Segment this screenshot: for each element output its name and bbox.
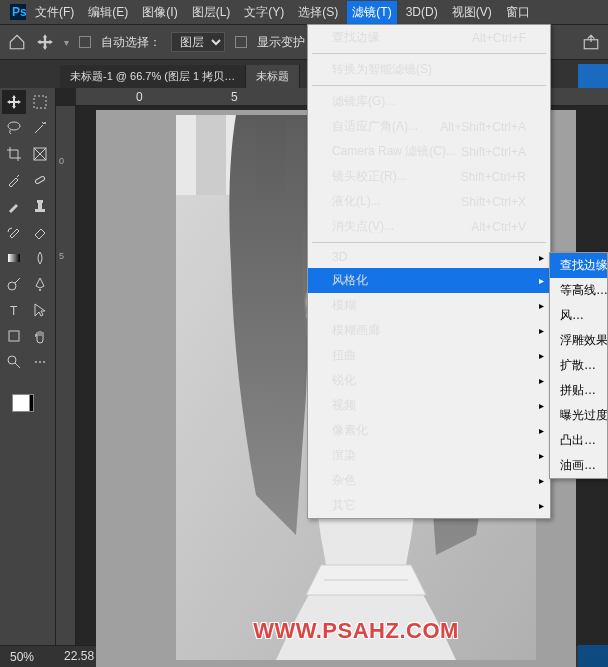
svg-point-19 xyxy=(8,356,16,364)
menu-item-distort[interactable]: 扭曲 xyxy=(308,343,550,368)
stylize-submenu: 查找边缘 等高线… 风… 浮雕效果 扩散… 拼贴… 曝光过度 凸出… 油画… xyxy=(549,252,608,479)
menu-separator xyxy=(312,85,546,86)
wand-tool[interactable] xyxy=(28,116,52,140)
shape-tool[interactable] xyxy=(2,324,26,348)
submenu-item-extrude[interactable]: 凸出… xyxy=(550,428,607,453)
svg-text:T: T xyxy=(10,304,18,318)
svg-point-16 xyxy=(39,289,41,291)
svg-line-20 xyxy=(15,363,20,368)
history-brush-tool[interactable] xyxy=(2,220,26,244)
menu-file[interactable]: 文件(F) xyxy=(30,1,79,24)
svg-point-4 xyxy=(8,122,20,130)
menu-item-render[interactable]: 渲染 xyxy=(308,443,550,468)
type-tool[interactable]: T xyxy=(2,298,26,322)
tab-doc-1[interactable]: 未标题-1 @ 66.7% (图层 1 拷贝… xyxy=(60,65,246,88)
submenu-item-find-edges[interactable]: 查找边缘 xyxy=(550,253,607,278)
frame-tool[interactable] xyxy=(28,142,52,166)
menu-item-smart-filter[interactable]: 转换为智能滤镜(S) xyxy=(308,57,550,82)
menu-edit[interactable]: 编辑(E) xyxy=(83,1,133,24)
lasso-tool[interactable] xyxy=(2,116,26,140)
autoselect-checkbox[interactable] xyxy=(79,36,91,48)
show-transform-label: 显示变护 xyxy=(257,34,305,51)
brush-tool[interactable] xyxy=(2,194,26,218)
menu-item-3d[interactable]: 3D xyxy=(308,246,550,268)
submenu-item-diffuse[interactable]: 扩散… xyxy=(550,353,607,378)
menu-item-camera-raw[interactable]: Camera Raw 滤镜(C)...Shift+Ctrl+A xyxy=(308,139,550,164)
svg-text:Ps: Ps xyxy=(12,5,26,19)
menu-item-filter-gallery[interactable]: 滤镜库(G)... xyxy=(308,89,550,114)
menu-item-lens-correction[interactable]: 镜头校正(R)...Shift+Ctrl+R xyxy=(308,164,550,189)
zoom-tool[interactable] xyxy=(2,350,26,374)
move-tool[interactable] xyxy=(2,90,26,114)
menu-separator xyxy=(312,242,546,243)
pen-tool[interactable] xyxy=(28,272,52,296)
menu-item-blur[interactable]: 模糊 xyxy=(308,293,550,318)
filter-menu-dropdown: 查找边缘Alt+Ctrl+F 转换为智能滤镜(S) 滤镜库(G)... 自适应广… xyxy=(307,24,551,519)
submenu-item-wind[interactable]: 风… xyxy=(550,303,607,328)
autoselect-target-select[interactable]: 图层 xyxy=(171,32,225,52)
menu-select[interactable]: 选择(S) xyxy=(293,1,343,24)
menu-item-other[interactable]: 其它 xyxy=(308,493,550,518)
menu-3d[interactable]: 3D(D) xyxy=(401,2,443,22)
submenu-item-oilpaint[interactable]: 油画… xyxy=(550,453,607,478)
menu-item-blur-gallery[interactable]: 模糊画廊 xyxy=(308,318,550,343)
menu-item-vanishing-point[interactable]: 消失点(V)...Alt+Ctrl+V xyxy=(308,214,550,239)
show-transform-checkbox[interactable] xyxy=(235,36,247,48)
zoom-level[interactable]: 50% xyxy=(10,650,34,664)
menu-layer[interactable]: 图层(L) xyxy=(187,1,236,24)
menu-item-sharpen[interactable]: 锐化 xyxy=(308,368,550,393)
menu-separator xyxy=(312,53,546,54)
svg-point-5 xyxy=(44,122,46,124)
move-tool-icon xyxy=(36,33,54,51)
svg-rect-13 xyxy=(8,254,20,262)
menu-view[interactable]: 视图(V) xyxy=(447,1,497,24)
svg-rect-9 xyxy=(35,176,46,184)
crop-tool[interactable] xyxy=(2,142,26,166)
eyedropper-tool[interactable] xyxy=(2,168,26,192)
dodge-tool[interactable] xyxy=(2,272,26,296)
blur-tool[interactable] xyxy=(28,246,52,270)
eraser-tool[interactable] xyxy=(28,220,52,244)
menu-filter[interactable]: 滤镜(T) xyxy=(347,1,396,24)
autoselect-label: 自动选择： xyxy=(101,34,161,51)
color-swatches[interactable] xyxy=(6,384,40,418)
submenu-item-emboss[interactable]: 浮雕效果 xyxy=(550,328,607,353)
menu-item-video[interactable]: 视频 xyxy=(308,393,550,418)
stamp-tool[interactable] xyxy=(28,194,52,218)
svg-line-15 xyxy=(15,278,20,283)
svg-rect-3 xyxy=(34,96,46,108)
menu-type[interactable]: 文字(Y) xyxy=(239,1,289,24)
marquee-tool[interactable] xyxy=(28,90,52,114)
svg-rect-10 xyxy=(35,209,45,212)
hand-tool[interactable] xyxy=(28,324,52,348)
app-logo-icon: Ps xyxy=(10,4,26,20)
share-icon[interactable] xyxy=(582,33,600,51)
svg-rect-11 xyxy=(38,203,42,209)
menu-item-pixelate[interactable]: 像素化 xyxy=(308,418,550,443)
menu-item-last-filter[interactable]: 查找边缘Alt+Ctrl+F xyxy=(308,25,550,50)
submenu-item-solarize[interactable]: 曝光过度 xyxy=(550,403,607,428)
tab-doc-2[interactable]: 未标题 xyxy=(246,65,300,88)
dropdown-arrow-icon[interactable]: ▾ xyxy=(64,37,69,48)
heal-tool[interactable] xyxy=(28,168,52,192)
svg-rect-18 xyxy=(9,331,19,341)
fg-color-swatch[interactable] xyxy=(12,394,30,412)
svg-point-14 xyxy=(8,282,16,290)
menu-item-liquify[interactable]: 液化(L)...Shift+Ctrl+X xyxy=(308,189,550,214)
menu-item-stylize[interactable]: 风格化 xyxy=(308,268,550,293)
svg-rect-12 xyxy=(37,200,43,203)
menu-item-noise[interactable]: 杂色 xyxy=(308,468,550,493)
menu-image[interactable]: 图像(I) xyxy=(137,1,182,24)
toolbar-more[interactable]: ⋯ xyxy=(28,350,52,374)
toolbar: T ⋯ xyxy=(0,88,56,645)
path-select-tool[interactable] xyxy=(28,298,52,322)
submenu-item-contour[interactable]: 等高线… xyxy=(550,278,607,303)
menu-bar: Ps 文件(F) 编辑(E) 图像(I) 图层(L) 文字(Y) 选择(S) 滤… xyxy=(0,0,608,24)
menu-window[interactable]: 窗口 xyxy=(501,1,535,24)
svg-rect-23 xyxy=(196,115,226,195)
submenu-item-tiles[interactable]: 拼贴… xyxy=(550,378,607,403)
home-icon[interactable] xyxy=(8,33,26,51)
gradient-tool[interactable] xyxy=(2,246,26,270)
menu-item-adaptive-wide[interactable]: 自适应广角(A)...Alt+Shift+Ctrl+A xyxy=(308,114,550,139)
ruler-vertical[interactable]: 0 5 xyxy=(56,106,76,645)
